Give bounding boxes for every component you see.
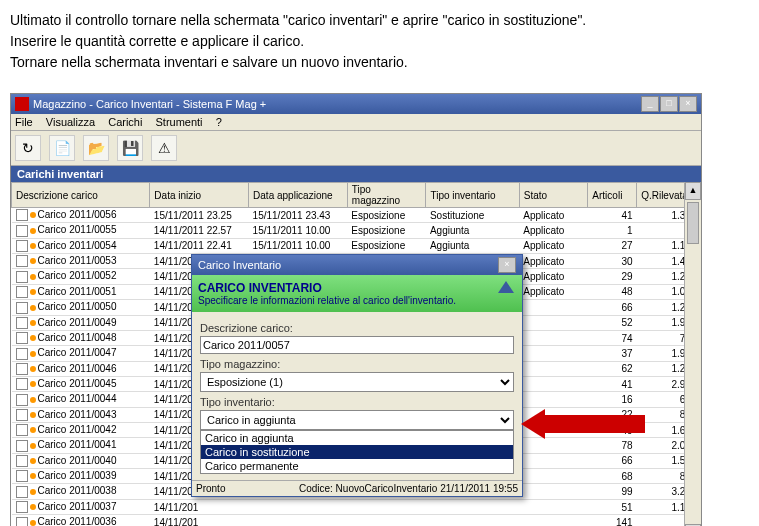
col-articoli[interactable]: Articoli — [588, 183, 637, 208]
toolbar-refresh-icon[interactable]: ↻ — [15, 135, 41, 161]
table-row[interactable]: Carico 2011/005615/11/2011 23.2515/11/20… — [12, 208, 701, 223]
menu-carichi[interactable]: Carichi — [108, 116, 142, 128]
maximize-button[interactable]: □ — [660, 96, 678, 112]
menu-help[interactable]: ? — [216, 116, 222, 128]
toolbar: ↻ 📄 📂 💾 ⚠ — [11, 131, 701, 166]
window-title: Magazzino - Carico Inventari - Sistema F… — [33, 98, 266, 110]
col-stato[interactable]: Stato — [519, 183, 588, 208]
dialog-body: Descrizione carico: Tipo magazzino: Espo… — [192, 312, 522, 480]
status-codice: Codice: NuovoCaricoInventario — [299, 483, 437, 494]
arrow-body — [545, 415, 645, 433]
section-header: Carichi inventari — [11, 166, 701, 182]
toolbar-open-icon[interactable]: 📂 — [83, 135, 109, 161]
app-window: Magazzino - Carico Inventari - Sistema F… — [10, 93, 702, 526]
instruction-line-3: Tornare nella schermata inventari e salv… — [10, 52, 749, 73]
carico-inventario-dialog: Carico Inventario × CARICO INVENTARIO Sp… — [191, 254, 523, 497]
instructions: Ultimato il controllo tornare nella sche… — [10, 10, 749, 73]
dialog-title-text: Carico Inventario — [198, 259, 281, 271]
titlebar: Magazzino - Carico Inventari - Sistema F… — [11, 94, 701, 114]
option-carico-permanente[interactable]: Carico permanente — [201, 459, 513, 473]
instruction-line-1: Ultimato il controllo tornare nella sche… — [10, 10, 749, 31]
vertical-scrollbar[interactable]: ▲ ▼ — [684, 182, 701, 526]
col-desc[interactable]: Descrizione carico — [12, 183, 150, 208]
dialog-banner-title: CARICO INVENTARIO — [198, 281, 516, 295]
select-tipo-inventario[interactable]: Carico in aggiunta — [200, 410, 514, 430]
col-tipo-mag[interactable]: Tipo magazzino — [347, 183, 426, 208]
menu-file[interactable]: File — [15, 116, 33, 128]
option-carico-sostituzione[interactable]: Carico in sostituzione — [201, 445, 513, 459]
scroll-thumb[interactable] — [687, 202, 699, 244]
table-row[interactable]: Carico 2011/003614/11/201141 — [12, 515, 701, 526]
select-tipo-magazzino[interactable]: Esposizione (1) — [200, 372, 514, 392]
dialog-close-button[interactable]: × — [498, 257, 516, 273]
minimize-button[interactable]: _ — [641, 96, 659, 112]
close-button[interactable]: × — [679, 96, 697, 112]
arrow-head-icon — [521, 409, 545, 439]
toolbar-warning-icon[interactable]: ⚠ — [151, 135, 177, 161]
label-tipo-magazzino: Tipo magazzino: — [200, 358, 514, 370]
table-row[interactable]: Carico 2011/005414/11/2011 22.4115/11/20… — [12, 238, 701, 253]
table-row[interactable]: Carico 2011/005514/11/2011 22.5715/11/20… — [12, 223, 701, 238]
dialog-banner: CARICO INVENTARIO Specificare le informa… — [192, 275, 522, 312]
pyramid-icon — [498, 281, 514, 293]
status-pronto: Pronto — [196, 483, 225, 494]
col-data-inizio[interactable]: Data inizio — [150, 183, 249, 208]
dialog-banner-sub: Specificare le informazioni relative al … — [198, 295, 516, 306]
col-tipo-inv[interactable]: Tipo inventario — [426, 183, 519, 208]
menubar: File Visualizza Carichi Strumenti ? — [11, 114, 701, 131]
input-descrizione[interactable] — [200, 336, 514, 354]
status-date: 21/11/2011 — [440, 483, 490, 494]
menu-strumenti[interactable]: Strumenti — [155, 116, 202, 128]
instruction-line-2: Inserire le quantità corrette e applicar… — [10, 31, 749, 52]
app-icon — [15, 97, 29, 111]
scroll-up-button[interactable]: ▲ — [685, 182, 701, 200]
table-row[interactable]: Carico 2011/003714/11/201511.120 — [12, 499, 701, 514]
annotation-arrow — [521, 409, 645, 439]
dropdown-tipo-inventario: Carico in aggiunta Carico in sostituzion… — [200, 430, 514, 474]
option-carico-aggiunta[interactable]: Carico in aggiunta — [201, 431, 513, 445]
toolbar-new-icon[interactable]: 📄 — [49, 135, 75, 161]
toolbar-save-icon[interactable]: 💾 — [117, 135, 143, 161]
dialog-statusbar: Pronto Codice: NuovoCaricoInventario 21/… — [192, 480, 522, 496]
dialog-titlebar: Carico Inventario × — [192, 255, 522, 275]
label-tipo-inventario: Tipo inventario: — [200, 396, 514, 408]
status-time: 19:55 — [493, 483, 518, 494]
col-data-app[interactable]: Data applicazione — [249, 183, 348, 208]
menu-visualizza[interactable]: Visualizza — [46, 116, 95, 128]
label-descrizione: Descrizione carico: — [200, 322, 514, 334]
